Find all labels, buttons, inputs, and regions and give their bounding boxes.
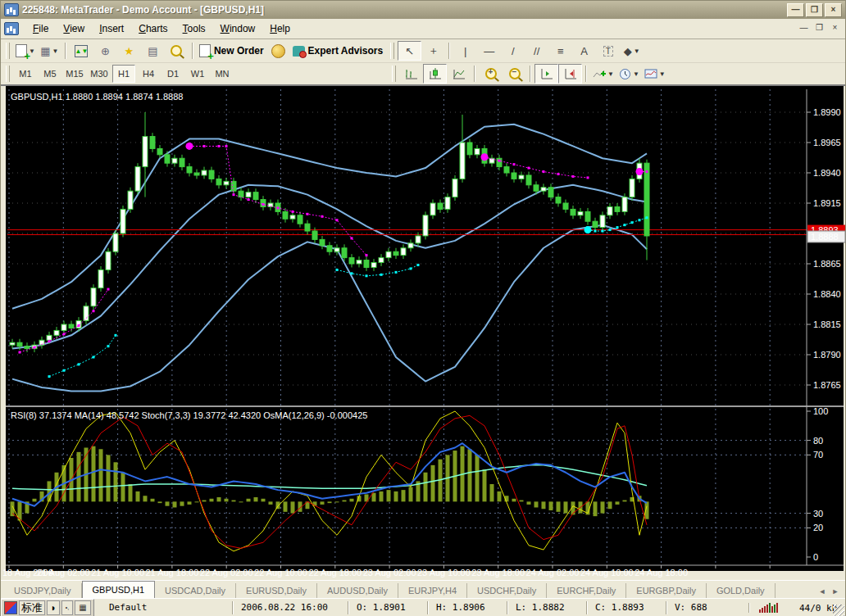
timeframe-button-m30[interactable]: M30 [88, 65, 111, 83]
vertical-line-tool-button[interactable]: | [453, 41, 477, 61]
text-label-tool-button[interactable]: T [596, 41, 620, 61]
title-bar[interactable]: 225848: MetaTrader - Demo Account - [GBP… [1, 1, 845, 19]
expert-advisors-button[interactable]: Expert Advisors [290, 41, 386, 61]
coin-icon [271, 44, 285, 58]
restore-button[interactable]: ❐ [806, 3, 823, 17]
standard-toolbar: ▼ ▦▼ ▲▼ ⊕ ★ ▤ New Order Expert Advisors … [1, 39, 845, 63]
menu-item-view[interactable]: View [56, 20, 92, 37]
new-order-button[interactable]: New Order [197, 41, 266, 61]
trendline-tool-button[interactable]: / [501, 41, 525, 61]
bar-chart-button[interactable] [399, 64, 423, 84]
new-chart-button[interactable]: ▼ [13, 41, 38, 61]
crosshair-tool-button[interactable]: ＋ [421, 41, 445, 61]
ime-keyboard-icon[interactable]: ▦ [75, 600, 91, 615]
indicator-axis-label: 80 [813, 436, 823, 446]
chart-tab-usdjpy-daily[interactable]: USDJPY,Daily [4, 583, 82, 598]
cursor-tool-button[interactable]: ↖ [398, 41, 421, 61]
new-order-label: New Order [214, 45, 264, 57]
vertical-line-icon: | [464, 45, 466, 57]
line-chart-button[interactable] [447, 64, 471, 84]
fibonacci-tool-button[interactable]: ≡ [548, 41, 572, 61]
zoom-out-button[interactable]: − [503, 64, 526, 84]
indicators-button[interactable]: ▼ [590, 64, 616, 84]
status-profile[interactable]: Default [101, 601, 232, 614]
chart-tab-eurchf-daily[interactable]: EURCHF,Daily [547, 583, 626, 598]
indicator-axis-label: 30 [813, 509, 823, 519]
toolbar-grip[interactable] [6, 66, 10, 82]
arrows-tool-button[interactable]: ◆▼ [620, 41, 644, 61]
auto-scroll-button[interactable] [534, 64, 558, 84]
status-volume: V: 688 [666, 601, 737, 614]
candlestick-chart-button[interactable] [423, 64, 447, 84]
chart-tab-usdchf-daily[interactable]: USDCHF,Daily [467, 583, 547, 598]
mdi-child-icon[interactable] [4, 22, 19, 35]
status-candle-time: 2006.08.22 16:00 [232, 601, 348, 614]
resize-grip[interactable] [833, 605, 844, 616]
indicators-icon [593, 68, 606, 79]
templates-button[interactable]: ▼ [642, 64, 668, 84]
zoom-in-button[interactable]: + [479, 64, 503, 84]
mdi-restore-button[interactable]: ❐ [812, 23, 826, 34]
timeframe-button-mn[interactable]: MN [211, 65, 234, 83]
timeframe-button-m15[interactable]: M15 [63, 65, 86, 83]
ime-language-bar[interactable]: 标准 ◗ •, ▦ [1, 599, 94, 616]
market-watch-button[interactable]: ▲▼ [70, 41, 93, 61]
status-low: L: 1.8882 [507, 601, 586, 614]
toolbar-grip[interactable] [6, 43, 10, 59]
ime-icon[interactable] [4, 601, 17, 614]
chart-tab-eurjpy-h4[interactable]: EURJPY,H4 [398, 583, 467, 598]
text-tool-button[interactable]: A [572, 41, 596, 61]
toolbar-grip[interactable] [390, 43, 394, 59]
ime-fullwidth-icon[interactable]: ◗ [47, 600, 60, 615]
toolbar-grip[interactable] [392, 66, 396, 82]
price-chart[interactable]: 18 Aug 200621 Aug 02:0021 Aug 10:0021 Au… [1, 86, 846, 580]
close-button[interactable]: × [825, 3, 842, 17]
periods-button[interactable]: ▼ [616, 64, 642, 84]
status-traffic: 44/0 kb [799, 603, 837, 614]
menu-item-help[interactable]: Help [262, 20, 298, 37]
minimize-button[interactable]: — [787, 3, 804, 17]
data-window-button[interactable]: ⊕ [93, 41, 117, 61]
menu-item-tools[interactable]: Tools [175, 20, 213, 37]
chart-tab-eurgbp-daily[interactable]: EURGBP,Daily [626, 583, 707, 598]
chart-tab-audusd-daily[interactable]: AUDUSD,Daily [317, 583, 398, 598]
timeframe-button-m5[interactable]: M5 [39, 65, 61, 83]
navigator-icon: ★ [125, 45, 134, 57]
menu-item-insert[interactable]: Insert [92, 20, 131, 37]
metaquotes-button[interactable] [266, 41, 290, 61]
strategy-tester-button[interactable] [165, 41, 189, 61]
chart-tab-gold-daily[interactable]: GOLD,Daily [707, 583, 776, 598]
menu-item-window[interactable]: Window [213, 20, 263, 37]
time-axis-label: 21 Aug 02:00 [37, 568, 90, 578]
timeframe-button-h1[interactable]: H1 [112, 65, 135, 83]
timeframe-button-h4[interactable]: H4 [137, 65, 160, 83]
menu-item-charts[interactable]: Charts [131, 20, 175, 37]
ime-mode-label[interactable]: 标准 [19, 600, 45, 615]
price-axis-label: 1.8915 [813, 198, 841, 208]
menu-item-file[interactable]: File [25, 20, 56, 37]
timeframe-button-d1[interactable]: D1 [161, 65, 184, 83]
chart-tab-gbpusd-h1[interactable]: GBPUSD,H1 [82, 581, 156, 598]
horizontal-line-tool-button[interactable]: — [477, 41, 501, 61]
chart-shift-button[interactable] [558, 64, 582, 84]
mdi-close-button[interactable]: × [828, 23, 842, 34]
time-axis-label: 21 Aug 18:00 [145, 568, 198, 578]
ime-punctuation-icon[interactable]: •, [61, 600, 73, 615]
navigator-button[interactable]: ★ [117, 41, 141, 61]
terminal-button[interactable]: ▤ [141, 41, 165, 61]
time-axis-label: 24 Aug 18:00 [634, 568, 688, 578]
timeframe-toolbar: M1M5M15M30H1H4D1W1MN + − ▼ ▼ [1, 63, 845, 86]
tabs-scroll-left-button[interactable]: ◄ [816, 585, 829, 598]
connection-status-icon [748, 603, 778, 613]
indicator-axis-label: 70 [813, 450, 823, 460]
channel-tool-button[interactable]: // [525, 41, 548, 61]
mdi-minimize-button[interactable]: — [797, 23, 811, 34]
tabs-scroll-right-button[interactable]: ► [829, 585, 842, 598]
profiles-button[interactable]: ▦▼ [38, 41, 61, 61]
timeframe-button-w1[interactable]: W1 [186, 65, 209, 83]
chart-tab-eurusd-daily[interactable]: EURUSD,Daily [236, 583, 317, 598]
chart-shift-icon [564, 68, 577, 79]
chart-tab-usdcad-daily[interactable]: USDCAD,Daily [155, 583, 236, 598]
timeframe-button-m1[interactable]: M1 [14, 65, 37, 83]
trendline-icon: / [512, 45, 515, 57]
